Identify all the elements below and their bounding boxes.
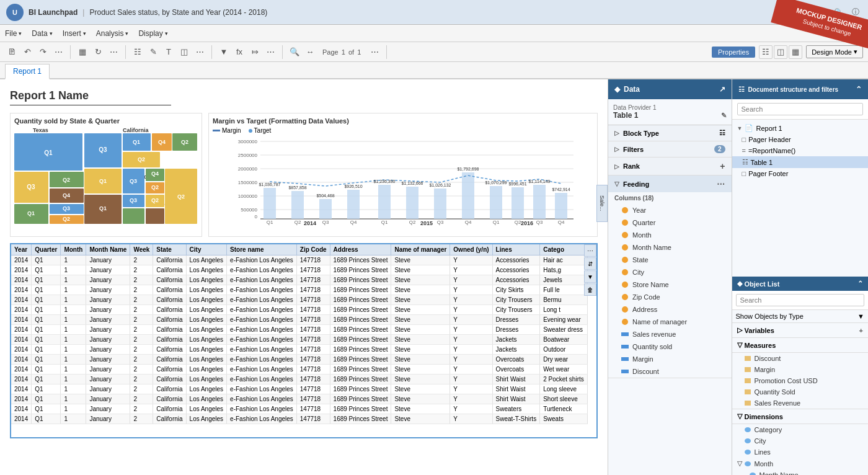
tree-pager-header[interactable]: □ Pager Header: [732, 134, 868, 145]
table-cell-0-0: 2014: [11, 255, 32, 265]
menu-insert[interactable]: Insert ▾: [63, 29, 86, 38]
col-label: Address: [632, 306, 657, 313]
obj-discount-label: Discount: [755, 355, 781, 362]
accordion-blocktype-header[interactable]: ▷ Block Type ☷: [608, 125, 732, 141]
column-item-store-name[interactable]: Store Name: [608, 278, 732, 291]
column-item-month-name[interactable]: Month Name: [608, 241, 732, 254]
obj-category[interactable]: Category: [732, 424, 868, 435]
tab-report1[interactable]: Report 1: [5, 64, 50, 79]
toolbar-undo-btn[interactable]: ↶: [20, 45, 34, 59]
column-item-name-of-manager[interactable]: Name of manager: [608, 316, 732, 328]
column-item-month[interactable]: Month: [608, 229, 732, 241]
column-item-discount[interactable]: Discount: [608, 365, 732, 378]
show-objects-dropdown-icon[interactable]: ▼: [857, 313, 864, 320]
toolbar-formula-btn[interactable]: fx: [232, 45, 246, 59]
dim-city-icon: [745, 438, 751, 443]
obj-city[interactable]: City: [732, 435, 868, 446]
measures-header[interactable]: ▽ Measures: [732, 338, 868, 353]
toolbar-data-btn[interactable]: ▦: [76, 45, 89, 59]
doc-panel-collapse-icon[interactable]: ⌃: [856, 85, 862, 94]
toolbar-more5-btn[interactable]: ⋯: [368, 45, 381, 59]
obj-promotion-cost[interactable]: Promotion Cost USD: [732, 375, 868, 386]
toolbar-more4-btn[interactable]: ⋯: [264, 45, 277, 59]
toolbar-chart-btn[interactable]: ✎: [146, 45, 160, 59]
tree-table1[interactable]: ☷ Table 1: [732, 156, 868, 168]
svg-text:2016: 2016: [521, 220, 533, 225]
toolbar-table-btn[interactable]: ☷: [131, 45, 144, 59]
table-cell-12-1: Q1: [32, 375, 61, 384]
table-cell-5-12: City Trousers: [492, 305, 540, 315]
table-scroll[interactable]: YearQuarterMonthMonth NameWeekStateCityS…: [11, 244, 596, 437]
obj-list-collapse-icon[interactable]: ⌃: [857, 280, 863, 288]
toolbar-more1-btn[interactable]: ⋯: [51, 45, 65, 59]
tab-bar: Report 1: [0, 62, 868, 79]
column-item-sales-revenue[interactable]: Sales revenue: [608, 328, 732, 340]
table-cell-2-8: 147718: [296, 275, 330, 285]
tree-pager-footer[interactable]: □ Pager Footer: [732, 168, 868, 179]
obj-search-input[interactable]: [736, 294, 864, 306]
accordion-rank-header[interactable]: ▷ Rank +: [608, 158, 732, 175]
menu-data[interactable]: Data ▾: [32, 29, 52, 38]
data-panel-expand-icon[interactable]: ↗: [719, 85, 725, 94]
obj-quantity-sold[interactable]: Quantity Sold: [732, 386, 868, 397]
table-cell-8-1: Q1: [32, 335, 61, 345]
column-item-year[interactable]: Year: [608, 204, 732, 216]
toolbar-more3-btn[interactable]: ⋯: [193, 45, 206, 59]
svg-rect-62: [434, 189, 446, 219]
menu-display[interactable]: Display ▾: [138, 29, 167, 38]
table-cell-14-6: Los Angeles: [186, 394, 227, 404]
column-item-margin[interactable]: Margin: [608, 353, 732, 365]
col-label: Discount: [632, 368, 659, 375]
toolbar-refresh-btn[interactable]: ↻: [91, 45, 105, 59]
obj-margin[interactable]: Margin: [732, 364, 868, 375]
table-menu-icon[interactable]: ⋯: [584, 244, 596, 257]
column-item-quantity-sold[interactable]: Quantity sold: [608, 340, 732, 353]
variables-header[interactable]: ▷ Variables +: [732, 323, 868, 338]
toolbar-sort-btn[interactable]: ⤇: [248, 45, 262, 59]
table-filter-icon[interactable]: ▼: [584, 270, 596, 283]
toolbar-redo-btn[interactable]: ↷: [36, 45, 50, 59]
table-cell-11-9: 1689 Princes Street: [330, 365, 391, 375]
linechart-chart: Margin vs Target (Formatting Data Values…: [208, 113, 598, 237]
column-item-city[interactable]: City: [608, 266, 732, 278]
obj-lines[interactable]: Lines: [732, 446, 868, 458]
svg-text:3000000: 3000000: [238, 139, 258, 144]
table-sort-icon[interactable]: ⇵: [584, 257, 596, 270]
obj-discount[interactable]: Discount: [732, 353, 868, 364]
table-cell-13-7: e-Fashion Los Angeles: [227, 384, 297, 394]
feeding-more-icon[interactable]: ⋯: [717, 179, 725, 189]
accordion-feeding-header[interactable]: ▽ Feeding ⋯: [608, 175, 732, 192]
table-delete-icon[interactable]: 🗑: [584, 283, 596, 296]
variables-plus-icon[interactable]: +: [859, 327, 863, 334]
toolbar-cell-btn[interactable]: ◫: [177, 45, 191, 59]
toolbar-fit-btn[interactable]: ↔: [303, 45, 317, 59]
tree-report1[interactable]: ▼ 📄 Report 1: [732, 122, 868, 134]
toolbar-more2-btn[interactable]: ⋯: [107, 45, 120, 59]
menu-file[interactable]: File ▾: [5, 29, 22, 38]
rank-plus-icon[interactable]: +: [720, 161, 725, 171]
menu-analysis[interactable]: Analysis ▾: [96, 29, 129, 38]
toolbar-zoom-btn[interactable]: 🔍: [288, 45, 301, 59]
table-cell-2-5: California: [153, 275, 186, 285]
tree-reportname[interactable]: = =ReportName(): [732, 145, 868, 156]
toolbar-open-btn[interactable]: 🖹: [5, 45, 19, 59]
column-item-state[interactable]: State: [608, 254, 732, 266]
toolbar-filter-btn[interactable]: ▼: [217, 45, 231, 59]
svg-text:Q2: Q2: [138, 156, 145, 162]
column-item-zip-code[interactable]: Zip Code: [608, 291, 732, 303]
obj-sales-revenue[interactable]: Sales Revenue: [732, 397, 868, 409]
col-label: Month: [632, 231, 652, 239]
obj-month-group[interactable]: ▽ Month: [732, 458, 868, 469]
dimensions-header[interactable]: ▽ Dimensions: [732, 409, 868, 424]
tree-pager-header-icon: □: [742, 136, 746, 143]
toolbar-text-btn[interactable]: T: [162, 45, 175, 59]
accordion-filters-header[interactable]: ▷ Filters 2: [608, 141, 732, 157]
table-cell-6-11: Y: [450, 315, 492, 325]
table-cell-1-6: Los Angeles: [186, 265, 227, 275]
properties-button[interactable]: Properties: [712, 47, 755, 58]
column-item-address[interactable]: Address: [608, 303, 732, 316]
obj-month-name[interactable]: Month Name: [732, 469, 868, 475]
column-item-quarter[interactable]: Quarter: [608, 216, 732, 229]
dp-edit-icon[interactable]: ✎: [721, 112, 727, 120]
doc-search-input[interactable]: [737, 103, 863, 115]
